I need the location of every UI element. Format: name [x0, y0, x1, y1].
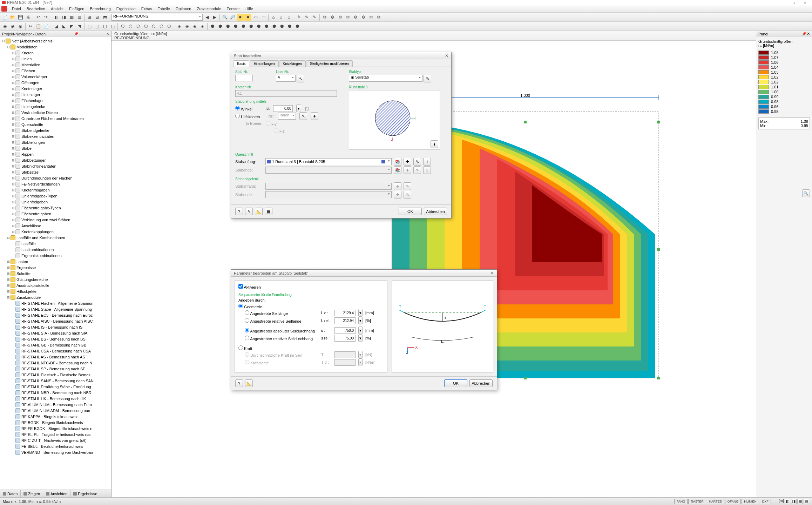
beta-input[interactable] [273, 105, 293, 112]
tree-item[interactable]: RF-STAHL IS - Bemessung nach IS [0, 324, 111, 330]
menu-einfuegen[interactable]: Einfügen [66, 7, 87, 11]
tb-icon[interactable]: ⬒ [101, 14, 108, 21]
tb-icon[interactable]: ⌂ [278, 14, 285, 21]
tb-icon[interactable]: ◈ [199, 23, 206, 30]
tree-item[interactable]: ⊞Öffnungen [0, 80, 111, 86]
tree-item[interactable]: ⊞Orthotrope Flächen und Membranen [0, 115, 111, 121]
tree-item[interactable]: ⊟Lastfälle und Kombinationen [0, 235, 111, 241]
menu-bearbeiten[interactable]: Bearbeiten [24, 7, 48, 11]
zoom-icon[interactable]: 🔍 [802, 189, 810, 197]
tree-item[interactable]: Lastfälle [0, 241, 111, 247]
tb-icon[interactable]: ◈ [183, 23, 190, 30]
tree-item[interactable]: RF-BGDK - Biegedrillknicknachweis [0, 419, 111, 425]
tb-icon[interactable]: ⚙ [367, 14, 374, 21]
lrel-input[interactable] [334, 317, 356, 324]
tb-icon[interactable]: ◈ [191, 23, 198, 30]
tree-item[interactable]: ⊞Ergebnisse [0, 264, 111, 270]
tree-item[interactable]: RF-KAPPA - Biegeknicknachweis [0, 413, 111, 419]
tb-icon[interactable]: 📄 [42, 23, 49, 30]
dialog1-title[interactable]: Stab bearbeiten ✕ [231, 52, 451, 59]
work-area[interactable]: Grundschnittgrößen n-x [kN/m] RF-FORMFIN… [111, 31, 756, 497]
tree-item[interactable]: ⊞Ausdruckprotokolle [0, 282, 111, 288]
tree-item[interactable]: ⊞Flächen [0, 68, 111, 74]
tree-item[interactable]: ⊞Hilfsobjekte [0, 288, 111, 294]
tree-item[interactable]: ⊞Flächenfreigabe-Typen [0, 205, 111, 211]
kraft-radio[interactable]: Kraft [238, 346, 252, 351]
tb-icon[interactable]: ⬡ [142, 23, 149, 30]
dialog2-title[interactable]: Parameter bearbeiten am Stabtyp 'Seilsta… [231, 270, 497, 277]
tree-item[interactable]: ⊞Knoten [0, 50, 111, 56]
tree-item[interactable]: RF-FE-BGDK - Biegedrillknicknachweis n [0, 425, 111, 431]
winkel-radio[interactable]: Winkel [235, 106, 252, 111]
tb-icon[interactable]: ⚙ [352, 14, 359, 21]
menu-hilfe[interactable]: Hilfe [243, 7, 256, 11]
tb-icon[interactable]: ◣ [60, 23, 67, 30]
pick-icon[interactable]: ↖ [297, 75, 304, 82]
tree-item[interactable]: ⊞Flächenfreigaben [0, 211, 111, 217]
status-icon[interactable]: ▦ [797, 499, 803, 504]
tb-icon[interactable]: ⊟ [94, 14, 101, 21]
chip-dxf[interactable]: DXF [760, 499, 771, 504]
tb-icon[interactable]: ⚙ [375, 14, 382, 21]
module-combo[interactable]: RF-FORMFINDUNG [111, 14, 203, 21]
tree-item[interactable]: RF-STAHL Flächen - Allgemeine Spannun [0, 300, 111, 306]
lib-icon[interactable]: 📚 [394, 158, 401, 166]
geometrie-radio[interactable]: Geometrie [238, 305, 262, 309]
tree-item[interactable]: ⊞Stabexzentrizitäten [0, 133, 111, 139]
cancel-button[interactable]: Abbrechen [424, 208, 447, 215]
aktivieren-check[interactable]: Aktivieren [238, 285, 261, 289]
tree-item[interactable]: VERBAND - Bemessung von Dachverbän [0, 449, 111, 455]
hilfsknoten-radio[interactable]: Hilfsknoten [235, 114, 260, 119]
tab-daten[interactable]: Daten [0, 490, 21, 497]
tree-item[interactable]: RF-STAHL EC3 - Bemessung nach Euroc [0, 312, 111, 318]
tree-item[interactable]: ⊞Flächenlager [0, 97, 111, 103]
tb-icon[interactable]: ✎ [303, 14, 310, 21]
opt3-radio[interactable]: Angestrebter absoluter Seildurchhang [245, 328, 318, 333]
tab-einstellungen[interactable]: Einstellungen [250, 60, 278, 67]
info-icon[interactable]: ℹ [431, 140, 438, 148]
tree-item[interactable]: ⊞Querschnitte [0, 121, 111, 127]
tb-icon[interactable]: ⚙ [360, 14, 367, 21]
tb-icon[interactable]: ✎ [311, 14, 318, 21]
tb-icon[interactable]: ⬢ [255, 23, 262, 30]
close-icon[interactable]: ✕ [490, 271, 494, 276]
tab-knicklaengen[interactable]: Knicklängen [279, 60, 306, 67]
tree-item[interactable]: RF-STAHL NBR - Bemessung nach NBR [0, 390, 111, 396]
tb-nav-right-icon[interactable]: ▶ [211, 14, 218, 21]
tb-icon[interactable]: ⬢ [263, 23, 270, 30]
tb-redo-icon[interactable]: ↷ [42, 14, 49, 21]
tb-icon[interactable]: ⚙ [337, 14, 344, 21]
tb-icon[interactable]: ⌂ [285, 14, 292, 21]
tb-icon[interactable]: ⬢ [286, 23, 293, 30]
tree-item[interactable]: RF-C-ZU-T - Nachweis von grenz (c/t) [0, 437, 111, 443]
tree-item[interactable]: ⊟Modelldaten [0, 44, 111, 50]
chip-ofang[interactable]: OFANG [725, 499, 741, 504]
tb-icon[interactable]: ✎ [296, 14, 303, 21]
tb-icon[interactable]: ⊞ [86, 14, 93, 21]
status-icon[interactable]: ▤ [804, 499, 809, 504]
tb-icon[interactable]: ■ [244, 14, 251, 21]
menu-datei[interactable]: Datei [9, 7, 24, 11]
tree-item[interactable]: ⊞Linienfreigaben [0, 199, 111, 205]
tree-item[interactable]: RF-STAHL Plastisch - Plastische Bemes [0, 372, 111, 378]
tb-icon[interactable]: ⬢ [209, 23, 216, 30]
tree-item[interactable]: ⊞Lasten [0, 258, 111, 264]
tb-icon[interactable]: ■ [237, 14, 244, 21]
tb-icon[interactable]: ⬡ [165, 23, 172, 30]
tree-item[interactable]: RF-STAHL Stäbe - Allgemeine Spannung [0, 306, 111, 312]
stab-nr-input[interactable] [235, 75, 253, 81]
tb-icon[interactable]: ◈ [176, 23, 183, 30]
tree-item[interactable]: ⊞Knotenlager [0, 86, 111, 92]
pin-icon[interactable]: 📌 [802, 32, 807, 36]
chip-fang[interactable]: FANG [674, 499, 688, 504]
tb-icon[interactable]: ▤ [76, 14, 83, 21]
status-icon[interactable]: ◨ [791, 499, 797, 504]
min-btn[interactable]: — [777, 0, 788, 5]
tb-icon[interactable]: ⚙ [344, 14, 351, 21]
help-icon[interactable]: ? [235, 379, 243, 387]
tb-icon[interactable]: ◉ [1, 23, 8, 30]
tree-item[interactable]: RF-STAHL CSA - Bemessung nach CSA [0, 348, 111, 354]
tree-item[interactable]: Lastkombinationen [0, 247, 111, 252]
tb-icon[interactable]: ⬡ [119, 23, 126, 30]
tb-icon[interactable]: ⬡ [150, 23, 157, 30]
